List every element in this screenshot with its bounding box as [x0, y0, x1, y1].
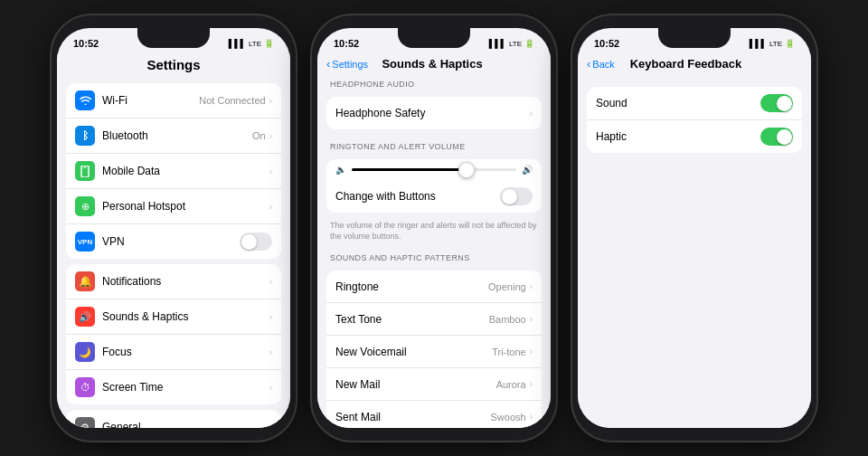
vol-track[interactable] — [352, 168, 516, 171]
headphone-section-label: HEADPHONE AUDIO — [317, 72, 551, 91]
row-mobile[interactable]: Mobile Data › — [66, 154, 281, 189]
back-label-2: Settings — [332, 59, 368, 70]
haptic-knob — [777, 129, 792, 145]
vpn-toggle[interactable] — [240, 233, 272, 251]
screentime-icon: ⏱ — [75, 377, 95, 397]
row-vpn[interactable]: VPN VPN — [66, 224, 281, 259]
battery-icon-3: 🔋 — [785, 39, 795, 48]
focus-icon: 🌙 — [75, 342, 95, 362]
back-button-3[interactable]: ‹ Back — [587, 57, 615, 71]
notch-1 — [137, 28, 210, 48]
row-newmail[interactable]: New Mail Aurora › — [326, 368, 542, 401]
wifi-icon — [75, 90, 95, 110]
focus-chevron: › — [269, 347, 272, 357]
focus-label: Focus — [102, 346, 269, 358]
ringtone-value: Opening — [488, 281, 526, 292]
vpn-label: VPN — [102, 235, 240, 248]
wifi-value: Not Connected — [199, 95, 265, 106]
lte-label: LTE — [249, 40, 261, 48]
headphone-safety-label: Headphone Safety — [335, 107, 530, 119]
change-buttons-toggle[interactable] — [500, 187, 533, 205]
patterns-section-label: SOUNDS AND HAPTIC PATTERNS — [317, 246, 551, 265]
sound-toggle[interactable] — [760, 94, 793, 112]
back-label-3: Back — [592, 59, 614, 70]
sounds-icon: 🔊 — [75, 307, 95, 327]
hotspot-label: Personal Hotspot — [102, 200, 269, 213]
row-change-buttons[interactable]: Change with Buttons — [326, 180, 542, 213]
sound-knob — [777, 96, 792, 111]
row-sounds[interactable]: 🔊 Sounds & Haptics › — [66, 299, 281, 335]
screentime-label: Screen Time — [102, 381, 269, 394]
vol-fill — [352, 168, 467, 171]
sound-label: Sound — [596, 97, 760, 109]
general-label: General — [102, 421, 269, 428]
haptic-toggle[interactable] — [760, 128, 793, 146]
notif-icon: 🔔 — [75, 271, 95, 291]
texttone-chevron: › — [530, 314, 533, 324]
battery-icon-2: 🔋 — [524, 39, 534, 48]
notch-2 — [398, 28, 470, 48]
scroll-content-2: HEADPHONE AUDIO Headphone Safety › RINGT… — [317, 72, 551, 428]
hotspot-icon: ⊕ — [75, 196, 95, 216]
headphone-safety-chevron: › — [530, 109, 533, 119]
volume-slider-row[interactable]: 🔈 🔊 — [326, 159, 542, 180]
row-focus[interactable]: 🌙 Focus › — [66, 335, 281, 370]
mobile-label: Mobile Data — [102, 165, 269, 177]
bluetooth-label: Bluetooth — [102, 129, 252, 142]
vpn-icon: VPN — [75, 232, 95, 252]
vol-high-icon: 🔊 — [522, 165, 533, 175]
back-button-2[interactable]: ‹ Settings — [326, 57, 368, 71]
scroll-content-1: Wi-Fi Not Connected › ᛒ Bluetooth On › — [57, 78, 290, 428]
screentime-chevron: › — [269, 383, 272, 393]
sentmail-chevron: › — [530, 412, 533, 422]
row-voicemail[interactable]: New Voicemail Tri-tone › — [326, 336, 542, 368]
row-bluetooth[interactable]: ᛒ Bluetooth On › — [66, 119, 281, 154]
notif-label: Notifications — [102, 275, 269, 288]
row-sound[interactable]: Sound — [587, 87, 802, 120]
phone-1: 10:52 ▌▌▌ LTE 🔋 Settings Wi-Fi Not Conne… — [52, 15, 296, 441]
voicemail-value: Tri-tone — [492, 347, 526, 357]
newmail-value: Aurora — [496, 379, 526, 390]
phone-2: 10:52 ▌▌▌ LTE 🔋 ‹ Settings Sounds & Hapt… — [312, 15, 556, 441]
nav-header-3: ‹ Back Keyboard Feedback — [578, 53, 811, 72]
battery-icon: 🔋 — [264, 39, 274, 48]
svg-rect-1 — [83, 166, 87, 167]
keyboard-feedback-group: Sound Haptic — [587, 87, 802, 153]
row-ringtone[interactable]: Ringtone Opening › — [326, 271, 542, 303]
newmail-label: New Mail — [335, 378, 496, 391]
nav-header-2: ‹ Settings Sounds & Haptics — [317, 53, 551, 72]
row-headphone-safety[interactable]: Headphone Safety › — [326, 97, 542, 129]
row-wifi[interactable]: Wi-Fi Not Connected › — [66, 83, 281, 119]
bluetooth-icon: ᛒ — [75, 126, 95, 146]
row-texttone[interactable]: Text Tone Bamboo › — [326, 303, 542, 336]
sentmail-value: Swoosh — [491, 412, 526, 423]
signal-icon-2: ▌▌▌ — [489, 39, 506, 48]
row-general[interactable]: ⚙ General › — [66, 410, 281, 428]
lte-label-3: LTE — [769, 40, 782, 48]
row-haptic[interactable]: Haptic — [587, 120, 802, 153]
group-1: Wi-Fi Not Connected › ᛒ Bluetooth On › — [66, 83, 281, 259]
lte-label-2: LTE — [509, 40, 522, 48]
newmail-chevron: › — [530, 379, 533, 389]
sounds-label: Sounds & Haptics — [102, 310, 269, 323]
back-arrow-2: ‹ — [326, 57, 330, 71]
vpn-toggle-knob — [241, 234, 257, 250]
haptic-label: Haptic — [596, 130, 760, 143]
change-note: The volume of the ringer and alerts will… — [317, 218, 551, 246]
status-bar-2: 10:52 ▌▌▌ LTE 🔋 — [317, 28, 551, 53]
sounds-chevron: › — [269, 312, 272, 322]
mobile-chevron: › — [269, 166, 272, 176]
headphone-group: Headphone Safety › — [326, 97, 542, 129]
signal-icon-3: ▌▌▌ — [750, 39, 767, 48]
row-sentmail[interactable]: Sent Mail Swoosh › — [326, 401, 542, 428]
row-hotspot[interactable]: ⊕ Personal Hotspot › — [66, 189, 281, 224]
row-screentime[interactable]: ⏱ Screen Time › — [66, 370, 281, 404]
page-title-1: Settings — [57, 53, 290, 78]
row-notif[interactable]: 🔔 Notifications › — [66, 264, 281, 299]
general-icon: ⚙ — [75, 417, 95, 428]
volume-group: 🔈 🔊 Change with Buttons — [326, 159, 542, 213]
wifi-label: Wi-Fi — [102, 94, 199, 107]
wifi-chevron: › — [269, 96, 272, 106]
texttone-label: Text Tone — [335, 313, 489, 326]
settings-page: Settings — [57, 53, 290, 78]
